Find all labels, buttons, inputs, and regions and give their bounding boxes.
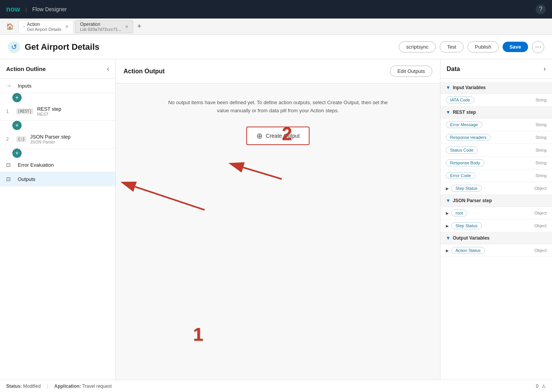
test-button[interactable]: Test: [440, 41, 464, 52]
back-button[interactable]: ↺: [8, 41, 20, 53]
data-item-action-status: ▶ Action Status Object: [440, 244, 552, 257]
error-eval-content: Error Evaluation: [18, 162, 109, 168]
add-step-bottom-button[interactable]: +: [12, 149, 22, 158]
add-tab-button[interactable]: +: [135, 20, 144, 33]
step-status-rest-expand[interactable]: ▶: [446, 186, 449, 191]
center-header: Action Output Edit Outputs: [116, 59, 440, 83]
section-output-variables[interactable]: ▼ Output Variables: [440, 232, 552, 244]
application-label: Application:: [54, 384, 83, 389]
pill-step-status-json[interactable]: Step Status: [451, 222, 482, 229]
create-output-button[interactable]: ⊕ Create Output: [246, 127, 310, 145]
center-panel: Action Output Edit Outputs No output ite…: [116, 59, 440, 380]
tab-modified-dot: •: [24, 25, 25, 28]
add-step-middle-button[interactable]: +: [12, 121, 22, 130]
sidebar-item-error-evaluation[interactable]: ⊡ Error Evaluation: [0, 158, 115, 172]
type-error-code: String: [535, 173, 547, 178]
action-outline-sidebar: Action Outline ‹ → Inputs + 1 [REST] RES…: [0, 59, 116, 380]
step-1-number: 1: [6, 109, 12, 114]
data-item-step-status-json-left: ▶ Step Status: [446, 222, 482, 229]
pill-status-code[interactable]: Status Code: [446, 147, 478, 154]
section-json-parser[interactable]: ▼ JSON Parser step: [440, 195, 552, 207]
rest-step-title: REST step: [37, 106, 109, 112]
pill-response-body[interactable]: Response Body: [446, 159, 484, 166]
tab-action-sublabel: Get Airport Details: [27, 27, 61, 32]
save-button[interactable]: Save: [503, 42, 528, 52]
statusbar: Status: Modified | Application: Travel r…: [0, 380, 552, 392]
inputs-label: Inputs: [18, 83, 31, 89]
tab-action-close[interactable]: ×: [65, 24, 68, 30]
section-json-parser-label: JSON Parser step: [453, 198, 492, 203]
status-right: 0 ⚠: [536, 384, 546, 389]
inputs-icon: →: [6, 83, 14, 89]
output-description: No output items have been defined yet. T…: [162, 99, 394, 115]
root-expand[interactable]: ▶: [446, 211, 449, 215]
sidebar-item-json-parser[interactable]: 2 {;} JSON Parser step JSON Parser: [0, 130, 115, 149]
tab-operation[interactable]: Operation List 020a7d72ccc71... ×: [75, 20, 133, 33]
warning-icon: ⚠: [542, 384, 546, 389]
publish-button[interactable]: Publish: [467, 41, 499, 52]
sidebar-item-outputs[interactable]: ⊡ Outputs: [0, 172, 115, 186]
pill-error-message[interactable]: Error Message: [446, 121, 482, 128]
error-eval-label: Error Evaluation: [18, 162, 54, 168]
status-left: Status: Modified | Application: Travel r…: [6, 384, 112, 389]
type-step-status-json: Object: [534, 223, 547, 228]
step-status-json-expand[interactable]: ▶: [446, 224, 449, 228]
data-item-root-left: ▶ root: [446, 210, 467, 216]
data-item-error-code-left: Error Code: [446, 172, 475, 179]
notification-count: 0: [536, 384, 538, 389]
create-output-wrapper: ⊕ Create Output: [246, 127, 310, 145]
data-panel-header: Data ›: [440, 59, 552, 79]
status-text: Status: Modified: [6, 384, 41, 389]
create-output-label: Create Output: [266, 133, 300, 139]
scriptsync-button[interactable]: scriptsync: [399, 41, 436, 52]
type-step-status-rest: Object: [534, 186, 547, 191]
sidebar-header: Action Outline ‹: [0, 59, 115, 79]
main-content: Action Outline ‹ → Inputs + 1 [REST] RES…: [0, 59, 552, 380]
help-button[interactable]: ?: [536, 4, 546, 14]
more-button[interactable]: ⋯: [532, 41, 544, 53]
header-actions: scriptsync Test Publish Save ⋯: [399, 41, 544, 53]
step-2-number: 2: [6, 137, 12, 142]
add-step-top-button[interactable]: +: [12, 93, 22, 102]
section-input-variables[interactable]: ▼ Input Variables: [440, 82, 552, 94]
outputs-label: Outputs: [18, 176, 36, 182]
type-status-code: String: [535, 148, 547, 152]
json-parser-subtitle: JSON Parser: [30, 140, 109, 144]
status-value: Modified: [23, 384, 41, 389]
status-label: Status:: [6, 384, 23, 389]
section-output-variables-label: Output Variables: [453, 235, 489, 241]
action-status-expand[interactable]: ▶: [446, 248, 449, 253]
data-item-error-code: Error Code String: [440, 169, 552, 182]
sidebar-item-rest-step[interactable]: 1 [REST] REST step REST: [0, 102, 115, 121]
action-output-title: Action Output: [124, 68, 165, 75]
section-rest-step[interactable]: ▼ REST step: [440, 106, 552, 118]
sidebar-item-inputs[interactable]: → Inputs: [0, 79, 115, 93]
tab-action[interactable]: • Action Get Airport Details ×: [19, 20, 73, 33]
section-input-variables-toggle: ▼: [446, 85, 450, 90]
data-item-iata-code: IATA Code String: [440, 94, 552, 106]
pill-iata-code[interactable]: IATA Code: [446, 96, 474, 103]
pill-step-status-rest[interactable]: Step Status: [451, 185, 482, 192]
pill-action-status[interactable]: Action Status: [451, 247, 485, 254]
data-panel-title: Data: [447, 66, 460, 73]
pill-root[interactable]: root: [451, 210, 467, 216]
application-value: Travel request: [82, 384, 112, 389]
tab-action-labels: Action Get Airport Details: [27, 22, 61, 32]
collapse-sidebar-button[interactable]: ‹: [107, 65, 109, 73]
topbar: now | Flow Designer ?: [0, 0, 552, 19]
center-content: No output items have been defined yet. T…: [116, 83, 440, 380]
section-json-parser-toggle: ▼: [446, 198, 450, 203]
step-connector-middle: +: [0, 121, 115, 130]
topbar-left: now | Flow Designer: [6, 5, 67, 14]
rest-step-content: REST step REST: [37, 106, 109, 117]
pill-error-code[interactable]: Error Code: [446, 172, 475, 179]
home-button[interactable]: 🏠: [3, 20, 17, 32]
data-item-step-status-rest-left: ▶ Step Status: [446, 185, 482, 192]
data-panel: Data › ▼ Input Variables IATA Code Strin…: [440, 59, 552, 380]
expand-panel-button[interactable]: ›: [544, 65, 546, 73]
pill-response-headers[interactable]: Response Headers: [446, 134, 491, 141]
section-input-variables-label: Input Variables: [453, 85, 486, 90]
tab-operation-close[interactable]: ×: [125, 24, 128, 30]
edit-outputs-button[interactable]: Edit Outputs: [390, 66, 432, 77]
rest-step-subtitle: REST: [37, 112, 109, 117]
